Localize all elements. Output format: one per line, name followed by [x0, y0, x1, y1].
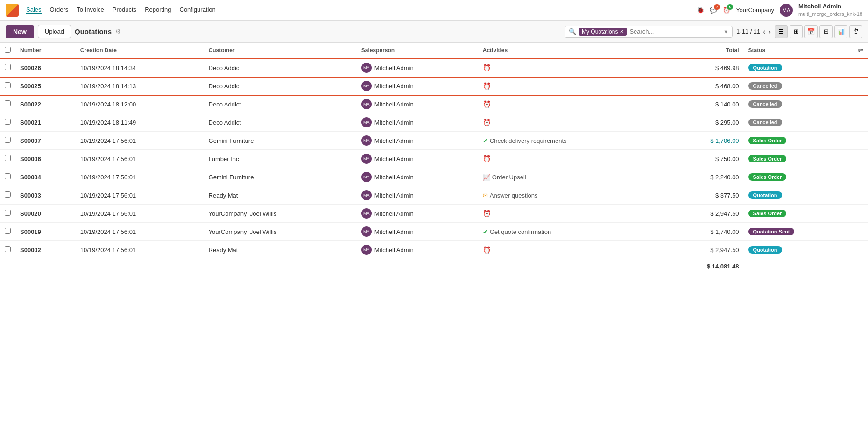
- row-number[interactable]: S00022: [15, 95, 76, 113]
- th-total[interactable]: Total: [662, 43, 744, 58]
- activity-icon[interactable]: ⏰: [483, 246, 491, 254]
- list-view-button[interactable]: ☰: [775, 25, 788, 38]
- nav-products[interactable]: Products: [113, 6, 136, 14]
- row-checkbox-cell[interactable]: [0, 241, 15, 259]
- grid-view-button[interactable]: ⊟: [819, 25, 833, 38]
- row-number[interactable]: S00026: [15, 58, 76, 77]
- row-customer[interactable]: YourCompany, Joel Willis: [204, 205, 357, 223]
- row-activities[interactable]: ✉ Answer questions: [478, 186, 662, 205]
- messages-icon-wrap[interactable]: 💬 7: [710, 7, 717, 14]
- nav-configuration[interactable]: Configuration: [180, 6, 216, 14]
- row-checkbox[interactable]: [5, 137, 11, 143]
- row-checkbox[interactable]: [5, 155, 11, 161]
- row-customer[interactable]: Gemini Furniture: [204, 168, 357, 186]
- activity-icon[interactable]: ⏰: [483, 82, 491, 90]
- row-checkbox-cell[interactable]: [0, 95, 15, 113]
- row-number[interactable]: S00020: [15, 205, 76, 223]
- filter-tag[interactable]: My Quotations ✕: [579, 28, 627, 36]
- th-number[interactable]: Number: [15, 43, 76, 58]
- th-customer[interactable]: Customer: [204, 43, 357, 58]
- table-row[interactable]: S00019 10/19/2024 17:56:01 YourCompany, …: [0, 223, 868, 241]
- row-number[interactable]: S00006: [15, 150, 76, 168]
- row-checkbox-cell[interactable]: [0, 223, 15, 241]
- column-settings-icon[interactable]: ⇌: [858, 47, 863, 54]
- activity-icon[interactable]: 📈: [483, 174, 490, 181]
- row-activities[interactable]: ⏰: [478, 95, 662, 113]
- row-number[interactable]: S00019: [15, 223, 76, 241]
- row-customer[interactable]: Ready Mat: [204, 186, 357, 205]
- table-row[interactable]: S00006 10/19/2024 17:56:01 Lumber Inc MA…: [0, 150, 868, 168]
- row-checkbox[interactable]: [5, 228, 11, 234]
- row-checkbox-cell[interactable]: [0, 77, 15, 95]
- row-checkbox-cell[interactable]: [0, 113, 15, 132]
- row-activities[interactable]: ⏰: [478, 241, 662, 259]
- row-number[interactable]: S00002: [15, 241, 76, 259]
- new-button[interactable]: New: [6, 25, 34, 38]
- table-row[interactable]: S00003 10/19/2024 17:56:01 Ready Mat MA …: [0, 186, 868, 205]
- table-row[interactable]: S00025 10/19/2024 18:14:13 Deco Addict M…: [0, 77, 868, 95]
- nav-to-invoice[interactable]: To Invoice: [77, 6, 104, 14]
- row-checkbox[interactable]: [5, 191, 11, 198]
- app-logo[interactable]: [6, 4, 19, 17]
- table-row[interactable]: S00007 10/19/2024 17:56:01 Gemini Furnit…: [0, 132, 868, 150]
- table-row[interactable]: S00021 10/19/2024 18:11:49 Deco Addict M…: [0, 113, 868, 132]
- upload-button[interactable]: Upload: [38, 25, 71, 38]
- row-customer[interactable]: Gemini Furniture: [204, 132, 357, 150]
- select-all-checkbox[interactable]: [5, 47, 11, 53]
- activity-icon[interactable]: ✔: [483, 228, 488, 235]
- table-row[interactable]: S00026 10/19/2024 18:14:34 Deco Addict M…: [0, 58, 868, 77]
- row-customer[interactable]: Deco Addict: [204, 95, 357, 113]
- bug-icon-wrap[interactable]: 🐞: [697, 7, 704, 14]
- row-customer[interactable]: YourCompany, Joel Willis: [204, 223, 357, 241]
- row-activities[interactable]: ⏰: [478, 58, 662, 77]
- user-avatar[interactable]: MA: [780, 4, 793, 17]
- calendar-view-button[interactable]: 📅: [804, 25, 818, 38]
- row-activities[interactable]: ⏰: [478, 113, 662, 132]
- row-checkbox[interactable]: [5, 210, 11, 216]
- activity-icon[interactable]: ⏰: [483, 155, 491, 162]
- row-activities[interactable]: 📈 Order Upsell: [478, 168, 662, 186]
- activity-icon[interactable]: ⏰: [483, 100, 491, 108]
- kanban-view-button[interactable]: ⊞: [790, 25, 803, 38]
- nav-orders[interactable]: Orders: [50, 6, 69, 14]
- row-checkbox[interactable]: [5, 246, 11, 252]
- th-creation-date[interactable]: Creation Date: [76, 43, 204, 58]
- row-customer[interactable]: Deco Addict: [204, 58, 357, 77]
- activity-icon[interactable]: ⏰: [483, 210, 491, 217]
- timer-icon-wrap[interactable]: ⏰ 5: [723, 7, 730, 14]
- search-input[interactable]: [629, 28, 717, 35]
- table-row[interactable]: S00022 10/19/2024 18:12:00 Deco Addict M…: [0, 95, 868, 113]
- chart-view-button[interactable]: 📊: [834, 25, 847, 38]
- next-page-button[interactable]: ›: [769, 28, 771, 36]
- row-checkbox-cell[interactable]: [0, 58, 15, 77]
- row-customer[interactable]: Deco Addict: [204, 113, 357, 132]
- search-dropdown-icon[interactable]: ▼: [720, 29, 728, 35]
- table-row[interactable]: S00004 10/19/2024 17:56:01 Gemini Furnit…: [0, 168, 868, 186]
- row-activities[interactable]: ✔ Get quote confirmation: [478, 223, 662, 241]
- activity-icon[interactable]: ✉: [483, 192, 488, 199]
- row-activities[interactable]: ⏰: [478, 77, 662, 95]
- row-activities[interactable]: ✔ Check delivery requirements: [478, 132, 662, 150]
- row-number[interactable]: S00021: [15, 113, 76, 132]
- select-all-header[interactable]: [0, 43, 15, 58]
- row-number[interactable]: S00003: [15, 186, 76, 205]
- filter-remove-icon[interactable]: ✕: [620, 28, 624, 35]
- row-customer[interactable]: Deco Addict: [204, 77, 357, 95]
- row-checkbox-cell[interactable]: [0, 186, 15, 205]
- row-checkbox-cell[interactable]: [0, 150, 15, 168]
- row-number[interactable]: S00025: [15, 77, 76, 95]
- row-number[interactable]: S00007: [15, 132, 76, 150]
- row-number[interactable]: S00004: [15, 168, 76, 186]
- pivot-view-button[interactable]: ⏱: [849, 25, 862, 38]
- row-checkbox[interactable]: [5, 173, 11, 179]
- table-row[interactable]: S00002 10/19/2024 17:56:01 Ready Mat MA …: [0, 241, 868, 259]
- activity-icon[interactable]: ⏰: [483, 119, 491, 126]
- row-checkbox-cell[interactable]: [0, 132, 15, 150]
- row-checkbox[interactable]: [5, 64, 11, 70]
- row-activities[interactable]: ⏰: [478, 205, 662, 223]
- nav-sales[interactable]: Sales: [26, 6, 42, 14]
- row-checkbox[interactable]: [5, 82, 11, 88]
- row-checkbox[interactable]: [5, 100, 11, 106]
- table-row[interactable]: S00020 10/19/2024 17:56:01 YourCompany, …: [0, 205, 868, 223]
- row-customer[interactable]: Ready Mat: [204, 241, 357, 259]
